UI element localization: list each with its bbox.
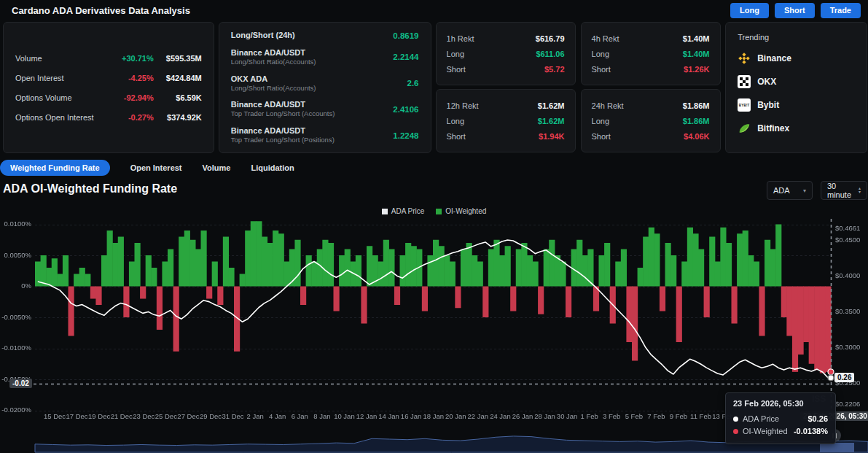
coin-select-value: ADA [773,186,790,195]
bybit-icon: BYB!T [738,98,751,112]
top-bar: Cardano ADA Derivatives Data Analysis Lo… [0,0,868,20]
interval-select[interactable]: 30 minute ▴▾ [821,181,867,200]
market-stats-card: Volume +30.71% $595.35M Open Interest -4… [3,22,214,153]
trending-title: Trending [738,33,855,42]
rekt-long-label: Long [447,50,464,58]
ls-label: Binance ADA/USDT [231,126,394,136]
tooltip-value: -0.0138% [794,425,828,438]
exchange-name: OKX [757,77,776,87]
legend-item-ada-price[interactable]: ADA Price [382,207,425,215]
ls-label: Binance ADA/USDT [231,100,394,109]
rekt-card-12h: 12h Rekt$1.62M Long$1.62M Short$1.94K [436,89,576,152]
tooltip-timestamp: 23 Feb 2026, 05:30 [733,399,828,408]
stat-row-open-interest: Open Interest -4.25% $424.84M [15,74,202,82]
long-short-ratios-card: Long/Short (24h) 0.8619 Binance ADA/USDT… [219,22,431,153]
crosshair-left-axis-badge: -0.02 [9,379,32,388]
exchange-item-bitfinex[interactable]: Bitfinex [738,122,855,135]
chart-title: ADA OI-Weighted Funding Rate [3,182,177,195]
stat-row-volume: Volume +30.71% $595.35M [15,54,202,63]
rekt-card-4h: 4h Rekt$1.40M Long$1.40M Short$1.26K [581,22,721,85]
tab-liquidation[interactable]: Liquidation [251,163,294,172]
rekt-long-value: $611.06 [536,50,564,58]
exchange-item-binance[interactable]: Binance [738,52,855,65]
exchange-item-bybit[interactable]: BYB!T Bybit [738,98,855,112]
rekt-short-label: Short [592,132,611,141]
tooltip-label: ADA Price [743,413,779,425]
ls-value: 0.8619 [393,31,418,40]
legend-swatch [382,209,388,214]
rekt-total: $1.62M [538,101,565,110]
stat-change: -92.94% [109,93,154,102]
stat-label: Open Interest [15,74,109,82]
stat-value: $374.92K [154,113,202,122]
rekt-long-label: Long [447,117,464,125]
rekt-long-label: Long [592,50,609,58]
exchange-name: Bitfinex [757,123,789,133]
rekt-card-24h: 24h Rekt$1.86M Long$1.86M Short$4.06K [581,89,721,152]
chart-tooltip: 23 Feb 2026, 05:30 ADA Price $0.26 OI-We… [725,392,836,444]
rekt-short-value: $1.26K [684,65,709,74]
ls-value: 2.6 [407,79,419,88]
stat-value: $595.35M [154,54,202,63]
legend-swatch [436,209,442,214]
legend-item-oi-weighted[interactable]: OI-Weighted [436,207,486,215]
tab-volume[interactable]: Volume [203,163,231,172]
rekt-short-label: Short [592,65,611,74]
stat-label: Options Open Interest [15,113,109,122]
ls-row: Binance ADA/USDT Top Trader Long/Short (… [231,100,419,118]
rekt-title: 4h Rekt [592,34,619,43]
tab-open-interest[interactable]: Open Interest [130,163,182,172]
stat-row-options-open-interest: Options Open Interest -0.27% $374.92K [15,113,202,122]
rekt-total: $1.40M [683,34,710,43]
rekt-long-value: $1.86M [683,117,710,125]
ls-value: 1.2248 [393,131,418,140]
ls-sublabel: Long/Short Ratio(Accounts) [231,58,394,66]
ls-label: OKX ADA [231,74,407,84]
funding-marker-icon [733,429,738,434]
stat-change: +30.71% [109,54,154,63]
summary-cards: Volume +30.71% $595.35M Open Interest -4… [3,22,867,153]
rekt-short-value: $4.06K [684,132,709,141]
exchange-name: Binance [757,53,791,63]
long-button[interactable]: Long [730,3,769,18]
rekt-short-value: $1.94K [539,132,564,141]
exchange-name: Bybit [757,100,779,110]
stat-change: -4.25% [109,74,154,82]
rekt-total: $1.86M [683,101,710,110]
coin-select[interactable]: ADA ▾ [767,181,813,200]
trade-button[interactable]: Trade [821,3,861,18]
rekt-long-label: Long [592,117,609,125]
derivatives-dashboard: Cardano ADA Derivatives Data Analysis Lo… [0,0,868,453]
ls-label: Long/Short (24h) [231,31,394,40]
ls-value: 2.4106 [393,105,418,114]
tooltip-label: OI-Weighted [743,425,788,438]
short-button[interactable]: Short [775,3,815,18]
chevron-down-icon: ▾ [803,187,806,194]
stat-change: -0.27% [109,113,154,122]
stat-value: $424.84M [154,74,202,82]
ls-sublabel: Long/Short Ratio(Accounts) [231,84,407,93]
chart-tabs: Weighted Funding Rate Open Interest Volu… [0,160,294,176]
stat-row-options-volume: Options Volume -92.94% $6.59K [15,93,202,102]
ls-row: OKX ADA Long/Short Ratio(Accounts) 2.6 [231,74,419,93]
rekt-title: 1h Rekt [447,34,474,43]
okx-icon [738,75,751,88]
tab-weighted-funding-rate[interactable]: Weighted Funding Rate [0,160,110,176]
chart-legend: ADA Price OI-Weighted [0,207,868,215]
exchange-item-okx[interactable]: OKX [738,75,855,88]
last-price-badge: 0.26 [834,373,854,382]
bitfinex-icon [738,122,751,135]
tooltip-row-price: ADA Price $0.26 [733,413,828,425]
rekt-short-value: $5.72 [544,65,565,74]
page-title: Cardano ADA Derivatives Data Analysis [12,5,190,16]
stepper-arrows-icon: ▴▾ [859,187,861,194]
ls-row: Binance ADA/USDT Long/Short Ratio(Accoun… [231,48,419,66]
rekt-card-1h: 1h Rekt$616.79 Long$611.06 Short$5.72 [436,22,576,85]
legend-label: OI-Weighted [445,207,486,215]
binance-icon [738,52,751,65]
rekt-total: $616.79 [536,34,565,43]
tooltip-row-funding: OI-Weighted -0.0138% [733,425,828,438]
ls-row: Long/Short (24h) 0.8619 [231,31,419,40]
rekt-title: 24h Rekt [592,101,624,110]
rekt-long-value: $1.40M [683,50,710,58]
